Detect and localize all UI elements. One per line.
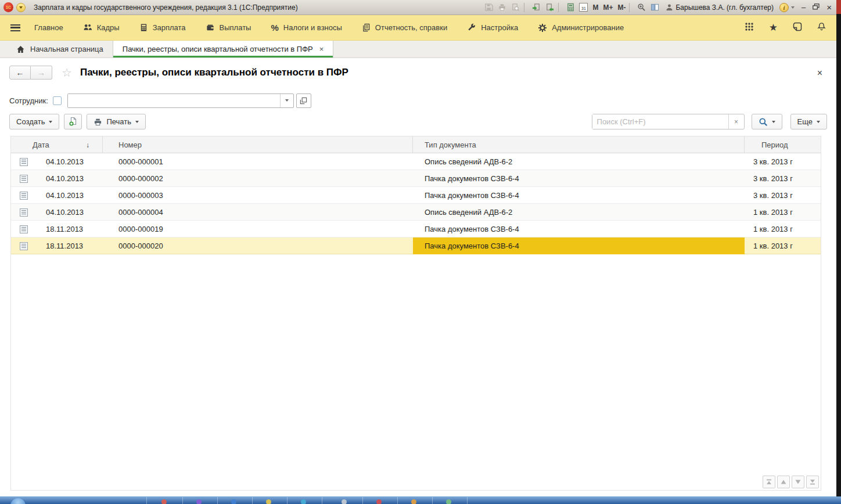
- windows-taskbar[interactable]: [0, 496, 841, 504]
- taskbar-app-icon[interactable]: [196, 499, 202, 504]
- table-row[interactable]: 18.11.2013 0000-000019 Пачка документов …: [11, 221, 821, 237]
- taskbar-app-icon[interactable]: [446, 499, 451, 504]
- user-name: Барышева З.А. (гл. бухгалтер): [675, 3, 774, 12]
- table-row[interactable]: 04.10.2013 0000-000001 Опись сведений АД…: [11, 153, 821, 170]
- create-button[interactable]: Создать: [9, 114, 59, 129]
- new-document-plus-icon: [69, 117, 78, 127]
- print-preview-icon[interactable]: [510, 2, 520, 13]
- menu-item-glavnoe[interactable]: Главное: [34, 23, 63, 32]
- go-to-last-button[interactable]: [806, 476, 819, 488]
- background-app-icon: [836, 0, 841, 14]
- reports-icon: [362, 23, 371, 32]
- save-icon[interactable]: [483, 2, 494, 13]
- menu-item-administrirovanie[interactable]: Администрирование: [538, 23, 624, 33]
- zoom-icon[interactable]: [636, 2, 646, 13]
- employee-filter-label: Сотрудник:: [9, 96, 48, 105]
- go-to-first-button[interactable]: [763, 476, 775, 488]
- document-icon: [20, 192, 28, 200]
- employee-open-button[interactable]: [296, 93, 311, 108]
- history-icon[interactable]: [793, 22, 802, 34]
- restore-button[interactable]: [813, 3, 820, 11]
- move-up-button[interactable]: [777, 476, 790, 488]
- 1c-logo-icon[interactable]: 1С: [3, 2, 13, 12]
- table-row-selected[interactable]: 18.11.2013 0000-000020 Пачка документов …: [11, 237, 821, 254]
- menu-item-otchetnost[interactable]: Отчетность, справки: [362, 23, 447, 32]
- table-row[interactable]: 04.10.2013 0000-000004 Опись сведений АД…: [11, 204, 821, 221]
- wrench-icon: [467, 23, 476, 32]
- column-header-date[interactable]: Дата ↓: [11, 136, 103, 153]
- taskbar-app-icon[interactable]: [231, 499, 236, 504]
- create-by-copy-button[interactable]: [64, 114, 82, 129]
- chevron-down-icon: [49, 121, 52, 123]
- table-row[interactable]: 04.10.2013 0000-000003 Пачка документов …: [11, 187, 821, 204]
- desktop: 1С Зарплата и кадры государственного учр…: [0, 0, 841, 504]
- table-header: Дата ↓ Номер Тип документа Период: [11, 136, 821, 153]
- taskbar-app-icon[interactable]: [411, 499, 416, 504]
- calculator-icon[interactable]: [565, 2, 576, 13]
- back-button[interactable]: ←: [9, 66, 31, 80]
- export-document-icon[interactable]: [544, 2, 555, 13]
- search-input[interactable]: [592, 114, 728, 129]
- taskbar-app-icon[interactable]: [376, 499, 382, 504]
- employee-dropdown-button[interactable]: [280, 94, 293, 107]
- open-in-window-icon: [300, 97, 307, 105]
- employee-input[interactable]: [68, 94, 280, 107]
- document-icon: [20, 175, 28, 183]
- memory-recall-button[interactable]: M: [592, 3, 598, 12]
- form-close-icon[interactable]: ×: [817, 69, 822, 78]
- people-icon: [83, 23, 92, 32]
- taskbar-app-icon[interactable]: [342, 499, 347, 504]
- more-button[interactable]: Еще: [790, 114, 827, 129]
- taskbar-app-icon[interactable]: [161, 499, 167, 504]
- search-field: ×: [592, 114, 745, 129]
- move-down-button[interactable]: [792, 476, 804, 488]
- menu-item-nastroika[interactable]: Настройка: [467, 23, 518, 32]
- system-menu-button[interactable]: [16, 3, 26, 12]
- column-header-period[interactable]: Период: [745, 136, 821, 153]
- chevron-down-icon: [817, 121, 820, 123]
- print-icon[interactable]: [497, 2, 507, 13]
- tab-close-icon[interactable]: ×: [319, 45, 324, 53]
- split-view-icon[interactable]: [649, 2, 660, 13]
- add-to-favorites-star-icon[interactable]: ☆: [62, 66, 72, 80]
- search-clear-icon[interactable]: ×: [728, 114, 744, 129]
- document-icon: [20, 242, 28, 250]
- calendar-icon[interactable]: 31: [579, 3, 588, 12]
- hamburger-menu-icon[interactable]: [10, 24, 20, 31]
- calculator-icon: [139, 23, 148, 32]
- find-button[interactable]: [752, 114, 782, 129]
- all-functions-grid-icon[interactable]: [745, 22, 754, 34]
- menu-item-kadry[interactable]: Кадры: [83, 23, 120, 32]
- employee-filter-checkbox[interactable]: [53, 96, 62, 105]
- list-toolbar: Создать Печать ×: [9, 114, 827, 129]
- magnifier-icon: [759, 117, 768, 127]
- menu-item-nalogi[interactable]: % Налоги и взносы: [271, 23, 342, 33]
- import-document-icon[interactable]: [531, 2, 541, 13]
- chevron-down-icon[interactable]: [791, 6, 795, 9]
- tab-home[interactable]: Начальная страница: [7, 41, 113, 57]
- wallet-icon: [206, 23, 215, 32]
- print-button[interactable]: Печать: [87, 114, 146, 129]
- notifications-bell-icon[interactable]: [817, 22, 826, 34]
- info-button[interactable]: i: [779, 3, 789, 12]
- document-icon: [20, 208, 28, 217]
- memory-subtract-button[interactable]: M-: [617, 3, 626, 12]
- close-button[interactable]: ×: [826, 3, 832, 12]
- employee-combo-field: [67, 93, 294, 108]
- table-row[interactable]: 04.10.2013 0000-000002 Пачка документов …: [11, 170, 821, 187]
- documents-table: Дата ↓ Номер Тип документа Период 04.10.…: [10, 136, 821, 491]
- memory-add-button[interactable]: M+: [603, 3, 613, 12]
- start-button[interactable]: [10, 498, 26, 504]
- taskbar-app-icon[interactable]: [266, 499, 271, 504]
- column-header-type[interactable]: Тип документа: [413, 136, 745, 153]
- minimize-button[interactable]: –: [802, 3, 806, 11]
- menu-item-zarplata[interactable]: Зарплата: [139, 23, 186, 32]
- menu-item-vyplaty[interactable]: Выплаты: [206, 23, 251, 32]
- person-icon: [666, 3, 673, 11]
- favorites-icon[interactable]: ★: [769, 23, 778, 33]
- taskbar-app-icon[interactable]: [301, 499, 306, 504]
- tab-pfr-documents[interactable]: Пачки, реестры, описи квартальной отчетн…: [113, 41, 334, 57]
- current-user[interactable]: Барышева З.А. (гл. бухгалтер): [666, 3, 774, 12]
- column-header-number[interactable]: Номер: [103, 136, 413, 153]
- forward-button[interactable]: →: [31, 66, 52, 80]
